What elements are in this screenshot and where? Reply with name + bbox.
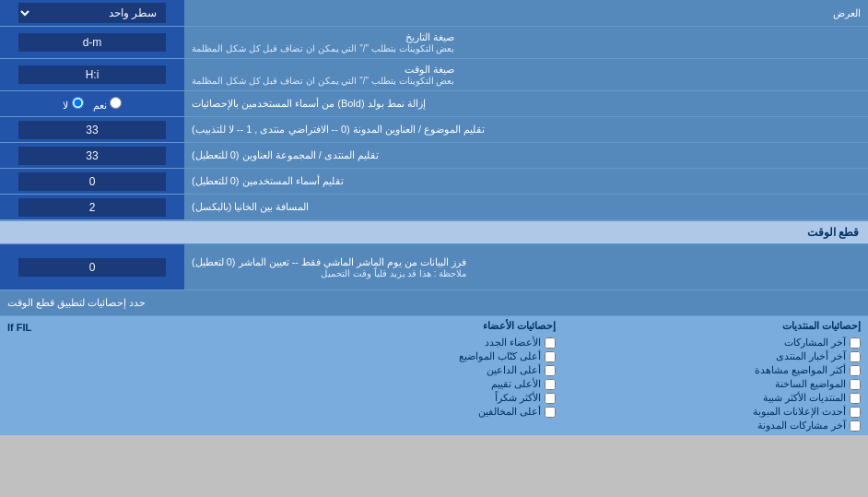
- time-cut-input[interactable]: [18, 258, 166, 277]
- member-stat-item-4[interactable]: الأعلى تقييم: [252, 378, 557, 390]
- radio-no[interactable]: [72, 97, 84, 109]
- member-stat-item-1[interactable]: الأعضاء الجدد: [252, 337, 557, 349]
- forum-stat-cb-3[interactable]: [850, 365, 861, 376]
- member-stat-cb-4[interactable]: [545, 379, 556, 390]
- member-stat-item-2[interactable]: أعلى كتّاب المواضيع: [252, 350, 557, 362]
- cell-spacing-label: المسافة بين الخانيا (بالبكسل): [184, 195, 868, 219]
- forum-stat-item-5[interactable]: المنتديات الأكثر شبية: [556, 392, 861, 404]
- member-stats-col: إحصائيات الأعضاء الأعضاء الجدد أعلى كتّا…: [252, 320, 557, 432]
- forum-stat-cb-5[interactable]: [850, 393, 861, 404]
- date-format-label: صيغة التاريخ بعض التكوينات يتطلب "/" الت…: [184, 27, 868, 58]
- date-format-row: صيغة التاريخ بعض التكوينات يتطلب "/" الت…: [0, 27, 868, 59]
- time-cut-row: فرز البيانات من يوم الماشر الماشي فقط --…: [0, 244, 868, 290]
- member-stat-cb-1[interactable]: [545, 337, 556, 349]
- forum-stat-item-1[interactable]: آخر المشاركات: [556, 337, 861, 349]
- time-cut-input-wrapper: [0, 244, 184, 290]
- forum-stat-item-4[interactable]: المواضيع الساخنة: [556, 378, 861, 390]
- topic-trim-label: تقليم الموضوع / العناوين المدونة (0 -- ا…: [184, 117, 868, 142]
- time-format-input[interactable]: [18, 65, 166, 84]
- time-format-row: صيغة الوقت بعض التكوينات يتطلب "/" التي …: [0, 59, 868, 91]
- header-select-wrapper: سطر واحدسطرينثلاثة أسطر: [0, 0, 184, 26]
- forum-stat-cb-4[interactable]: [850, 379, 861, 390]
- forum-stat-item-3[interactable]: أكثر المواضيع مشاهدة: [556, 364, 861, 376]
- topic-trim-row: تقليم الموضوع / العناوين المدونة (0 -- ا…: [0, 117, 868, 143]
- view-select[interactable]: سطر واحدسطرينثلاثة أسطر: [18, 3, 166, 23]
- filter-label-col: If FIL: [7, 320, 252, 432]
- member-stat-cb-2[interactable]: [545, 351, 556, 362]
- member-stat-cb-6[interactable]: [545, 407, 556, 418]
- forum-stat-cb-7[interactable]: [850, 420, 861, 432]
- forum-stat-cb-6[interactable]: [850, 407, 861, 418]
- cell-spacing-input[interactable]: [18, 198, 166, 217]
- date-format-input-wrapper: [0, 27, 184, 58]
- topic-trim-input-wrapper: [0, 117, 184, 142]
- header-label: العرض: [184, 3, 868, 24]
- forum-trim-input[interactable]: [18, 147, 166, 165]
- topic-trim-input[interactable]: [18, 121, 166, 139]
- header-row: العرض سطر واحدسطرينثلاثة أسطر: [0, 0, 868, 27]
- forum-stat-item-2[interactable]: آخر أخبار المنتدى: [556, 350, 861, 362]
- main-container: العرض سطر واحدسطرينثلاثة أسطر صيغة التار…: [0, 0, 868, 435]
- username-trim-label: تقليم أسماء المستخدمين (0 للتعطيل): [184, 169, 868, 194]
- forum-trim-label: تقليم المنتدى / المجموعة العناوين (0 للت…: [184, 143, 868, 168]
- cell-spacing-input-wrapper: [0, 195, 184, 219]
- member-stat-item-6[interactable]: أعلى المخالفين: [252, 406, 557, 418]
- forum-stats-header: إحصائيات المنتديات: [556, 320, 861, 332]
- username-trim-input-wrapper: [0, 169, 184, 194]
- member-stat-item-3[interactable]: أعلى الداعين: [252, 364, 557, 376]
- forum-stat-cb-1[interactable]: [850, 337, 861, 349]
- forum-stat-cb-2[interactable]: [850, 351, 861, 362]
- radio-yes-label: نعم: [93, 97, 122, 112]
- username-trim-row: تقليم أسماء المستخدمين (0 للتعطيل): [0, 169, 868, 195]
- forum-stats-col: إحصائيات المنتديات آخر المشاركات آخر أخب…: [556, 320, 861, 432]
- forum-trim-row: تقليم المنتدى / المجموعة العناوين (0 للت…: [0, 143, 868, 169]
- bold-remove-label: إزالة نمط بولد (Bold) من أسماء المستخدمي…: [184, 91, 868, 116]
- username-trim-input[interactable]: [18, 172, 166, 191]
- forum-stat-item-6[interactable]: أحدث الإعلانات المبوبة: [556, 406, 861, 418]
- bottom-section-label: حدد إحصائيات لتطبيق قطع الوقت: [0, 290, 868, 316]
- date-format-input[interactable]: [18, 33, 166, 52]
- cell-spacing-row: المسافة بين الخانيا (بالبكسل): [0, 195, 868, 220]
- if-fil-label: If FIL: [7, 322, 31, 333]
- radio-no-label: لا: [63, 97, 83, 112]
- time-format-input-wrapper: [0, 59, 184, 90]
- member-stat-item-5[interactable]: الأكثر شكراً: [252, 392, 557, 404]
- member-stat-cb-5[interactable]: [545, 393, 556, 404]
- bold-remove-row: إزالة نمط بولد (Bold) من أسماء المستخدمي…: [0, 91, 868, 117]
- time-cut-label: فرز البيانات من يوم الماشر الماشي فقط --…: [184, 244, 868, 290]
- checkboxes-section: إحصائيات المنتديات آخر المشاركات آخر أخب…: [0, 316, 868, 435]
- radio-yes[interactable]: [110, 97, 122, 109]
- time-format-label: صيغة الوقت بعض التكوينات يتطلب "/" التي …: [184, 59, 868, 90]
- section-header: قطع الوقت: [0, 220, 868, 244]
- member-stats-header: إحصائيات الأعضاء: [252, 320, 557, 332]
- forum-trim-input-wrapper: [0, 143, 184, 168]
- bold-remove-radio-wrapper: نعم لا: [0, 91, 184, 116]
- member-stat-cb-3[interactable]: [545, 365, 556, 376]
- forum-stat-item-7[interactable]: آخر مشاركات المدونة: [556, 420, 861, 432]
